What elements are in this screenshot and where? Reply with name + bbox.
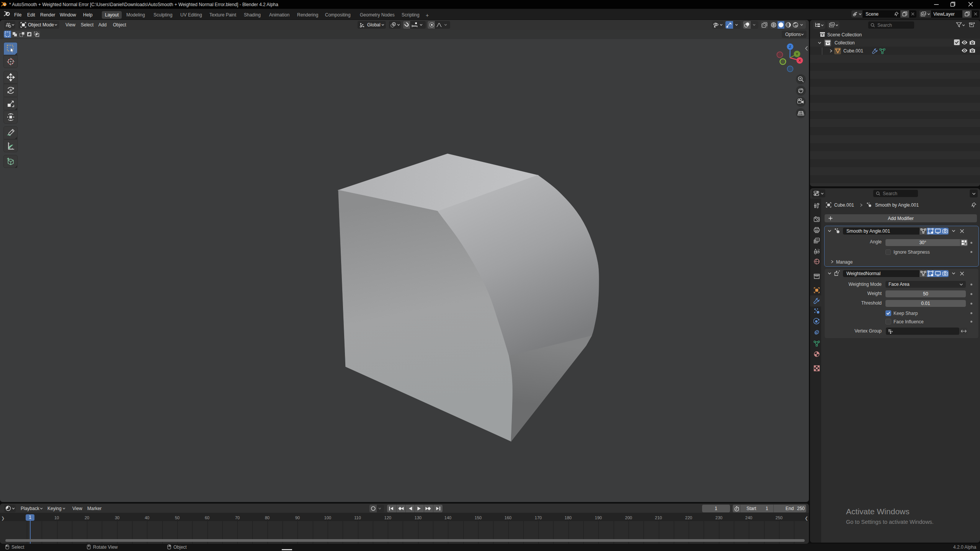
- svg-text:X: X: [799, 58, 801, 62]
- svg-text:Y: Y: [796, 52, 799, 56]
- svg-text:Z: Z: [789, 44, 791, 49]
